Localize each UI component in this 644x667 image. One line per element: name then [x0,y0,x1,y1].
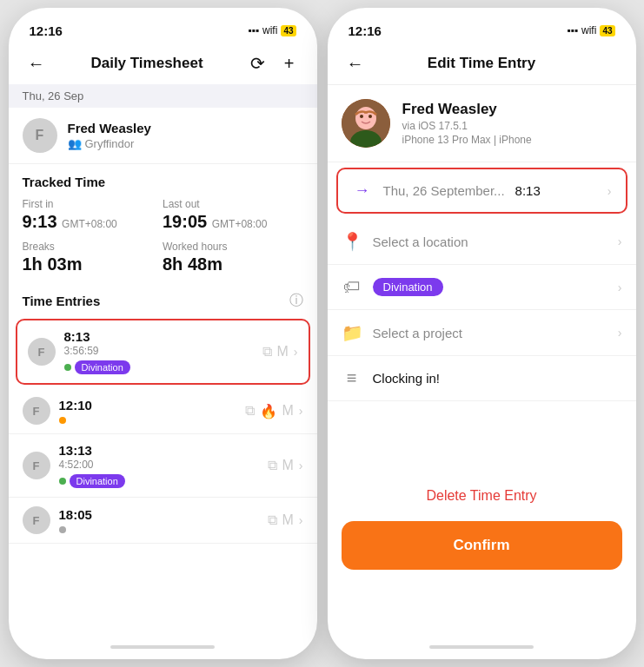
entry-dot-4 [59,526,66,533]
chevron-icon-2: › [299,404,303,418]
right-wifi-icon: wifi [581,24,596,36]
spacer [328,401,636,471]
entry-duration-1: 3:56:59 [64,345,254,357]
time-edit-row[interactable]: → Thu, 26 September... 8:13 › [336,168,627,214]
avatar-svg [342,99,390,148]
delete-button[interactable]: Delete Time Entry [342,481,622,511]
right-signal-icon: ▪▪▪ [567,24,578,36]
copy-icon-1[interactable]: ⧉ [262,344,272,360]
project-icon: 📁 [342,322,362,343]
edit-user-section: Fred Weasley via iOS 17.5.1 iPhone 13 Pr… [328,85,636,162]
right-phone: 12:16 ▪▪▪ wifi 43 ← Edit Time Entry [328,8,636,659]
entry-info-2: 12:10 [59,398,236,424]
right-screen-content: Fred Weasley via iOS 17.5.1 iPhone 13 Pr… [328,85,636,635]
back-button[interactable]: ← [23,50,50,77]
edit-user-name: Fred Weasley [402,101,532,118]
date-section-header: Thu, 26 Sep [9,84,317,108]
manual-icon-4[interactable]: M [282,512,294,528]
left-status-time: 12:16 [30,23,63,38]
location-placeholder: Select a location [373,234,468,249]
entry-time-3: 13:13 [59,443,259,458]
tag-row[interactable]: 🏷 Divination › [328,265,636,310]
tag-value: Divination [373,278,443,296]
home-indicator [9,635,317,659]
tag-row-content: Divination [373,278,607,296]
right-status-time: 12:16 [349,23,382,38]
entry-avatar-1: F [28,338,56,366]
right-status-bar: 12:16 ▪▪▪ wifi 43 [328,8,636,43]
entry-actions-1: ⧉ M › [262,344,298,360]
entry-tag-1: Divination [75,360,130,374]
tracked-time-title: Tracked Time [23,175,303,189]
entry-dot-3 [59,478,66,485]
tracked-time-section: Tracked Time First in 9:13 GMT+08:00 Las… [9,164,317,281]
time-entries-header: Time Entries ⓘ [9,281,317,315]
info-icon[interactable]: ⓘ [289,292,303,310]
copy-icon-3[interactable]: ⧉ [268,458,277,473]
breaks-label: Breaks [23,241,163,253]
breaks: Breaks 1h 03m [23,241,163,274]
entry-avatar-3: F [23,452,50,479]
edit-user-via: via iOS 17.5.1 [402,120,532,132]
manual-icon-1[interactable]: M [277,344,289,360]
signal-icon: ▪▪▪ [248,24,259,36]
first-in: First in 9:13 GMT+08:00 [23,198,163,232]
entry-dot-2 [59,417,66,424]
user-info: Fred Weasley 👥 Gryffindor [68,121,151,150]
right-home-bar [429,645,534,649]
time-value: 8:13 [515,183,541,198]
nav-right-group: ⟳ + [243,50,302,77]
time-row-chevron: › [607,184,612,198]
time-entry-4[interactable]: F 18:05 ⧉ M › [9,498,317,544]
first-in-label: First in [23,198,163,210]
entry-info-1: 8:13 3:56:59 Divination [64,329,254,374]
tag-icon: 🏷 [342,277,362,297]
project-row-content: Select a project [373,326,607,340]
page-title: Daily Timesheet [90,55,202,72]
time-entry-1[interactable]: F 8:13 3:56:59 Divination ⧉ M › [16,319,310,385]
entry-actions-4: ⧉ M › [268,512,303,528]
project-row[interactable]: 📁 Select a project › [328,310,636,356]
manual-icon-3[interactable]: M [282,458,294,473]
group-icon: 👥 [68,137,82,150]
battery-badge: 43 [281,25,295,36]
svg-point-1 [355,107,376,129]
location-icon: 📍 [342,231,362,252]
fire-icon-2[interactable]: 🔥 [260,403,277,419]
home-bar [110,645,215,649]
worked-hours-value: 8h 48m [163,254,303,274]
user-group: 👥 Gryffindor [68,137,151,150]
clock-in-icon: → [352,182,373,200]
right-battery-badge: 43 [600,25,614,36]
entry-info-3: 13:13 4:52:00 Divination [59,443,259,488]
note-icon: ≡ [342,368,362,388]
last-out-label: Last out [163,198,303,210]
entry-time-1: 8:13 [64,329,254,344]
project-placeholder: Select a project [373,326,462,340]
history-button[interactable]: ⟳ [243,50,271,77]
right-back-button[interactable]: ← [342,50,369,77]
add-button[interactable]: + [275,50,302,77]
confirm-button[interactable]: Confirm [342,521,622,570]
location-row-content: Select a location [373,234,607,249]
entry-dot-1 [64,364,71,371]
edit-user-device: iPhone 13 Pro Max | iPhone [402,134,532,146]
time-entry-2[interactable]: F 12:10 ⧉ 🔥 M › [9,388,317,434]
manual-icon-2[interactable]: M [282,403,294,419]
left-phone: 12:16 ▪▪▪ wifi 43 ← Daily Timesheet ⟳ + … [9,8,317,659]
location-row[interactable]: 📍 Select a location › [328,219,636,265]
time-entry-3[interactable]: F 13:13 4:52:00 Divination ⧉ M › [9,434,317,498]
time-entries-title: Time Entries [23,294,101,308]
entry-time-4: 18:05 [59,507,259,522]
breaks-value: 1h 03m [23,254,163,274]
edit-user-info: Fred Weasley via iOS 17.5.1 iPhone 13 Pr… [402,101,532,146]
chevron-icon-1: › [294,345,298,359]
chevron-icon-4: › [299,513,303,527]
entry-actions-2: ⧉ 🔥 M › [245,403,303,419]
wifi-icon: wifi [262,24,277,36]
left-screen-content: Thu, 26 Sep F Fred Weasley 👥 Gryffindor … [9,84,317,635]
copy-icon-2[interactable]: ⧉ [245,403,255,419]
last-out-value: 19:05 GMT+08:00 [163,212,303,232]
copy-icon-4[interactable]: ⧉ [268,512,277,528]
project-row-chevron: › [618,326,622,340]
